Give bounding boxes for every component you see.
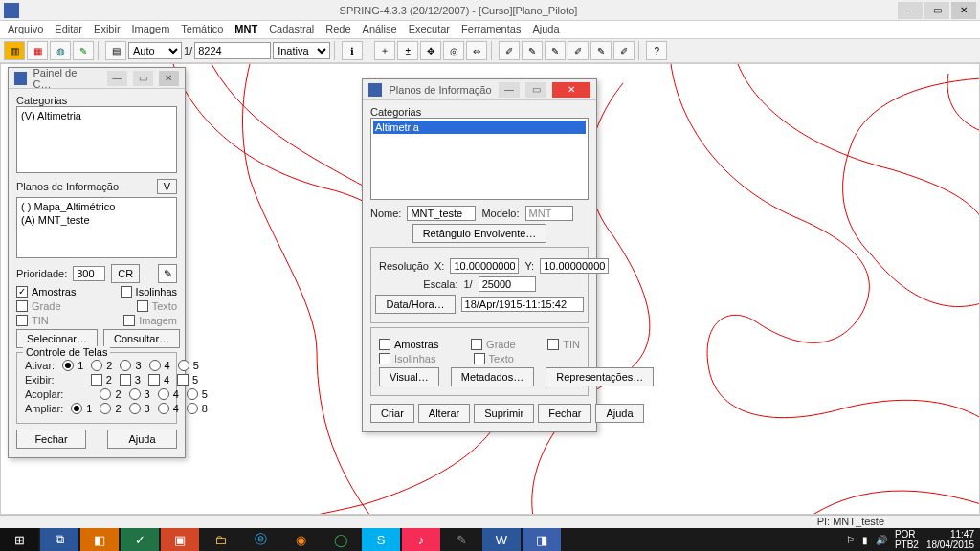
escala-input[interactable] bbox=[479, 276, 536, 292]
menu-arquivo[interactable]: Arquivo bbox=[8, 23, 43, 36]
ativar-opt-3[interactable]: 3 bbox=[120, 360, 141, 371]
dlg-categorias-list[interactable]: Altimetria bbox=[370, 118, 589, 200]
menu-análise[interactable]: Análise bbox=[363, 23, 397, 36]
move-icon[interactable]: ⇔ bbox=[466, 41, 487, 60]
dlg-isolinhas-check[interactable]: Isolinhas bbox=[379, 353, 435, 364]
pi-v-button[interactable]: V bbox=[157, 179, 177, 194]
exibir-opt-2[interactable]: 2 bbox=[91, 374, 112, 386]
menu-executar[interactable]: Executar bbox=[409, 23, 450, 36]
menu-cadastral[interactable]: Cadastral bbox=[269, 23, 314, 36]
pi-list[interactable]: ( ) Mapa_Altimétrico(A) MNT_teste bbox=[16, 197, 177, 258]
task-outlook-icon[interactable]: ▣ bbox=[161, 528, 199, 551]
zoom-in-icon[interactable]: ＋ bbox=[374, 41, 395, 60]
edit1-icon[interactable]: ✐ bbox=[499, 41, 520, 60]
panel-close-button[interactable]: ✕ bbox=[159, 71, 179, 86]
dialog-max-button[interactable]: ▭ bbox=[525, 82, 546, 98]
edit6-icon[interactable]: ✐ bbox=[613, 41, 635, 60]
datahora-input[interactable] bbox=[461, 297, 584, 312]
list-item[interactable]: ( ) Mapa_Altimétrico bbox=[19, 200, 174, 213]
zoom-out-icon[interactable]: ± bbox=[397, 41, 418, 60]
task-excel-icon[interactable]: ✓ bbox=[121, 528, 159, 551]
scale-input[interactable] bbox=[194, 42, 271, 59]
ampliar-opt-2[interactable]: 2 bbox=[100, 403, 121, 414]
categorias-list[interactable]: (V) Altimetria bbox=[16, 106, 177, 173]
menu-exibir[interactable]: Exibir bbox=[94, 23, 121, 36]
amostras-check[interactable]: Amostras bbox=[16, 286, 76, 298]
task-skype-icon[interactable]: S bbox=[362, 528, 400, 551]
cr-button[interactable]: CR bbox=[111, 264, 140, 283]
task-ie-icon[interactable]: ⓔ bbox=[241, 528, 279, 551]
alterar-button[interactable]: Alterar bbox=[418, 404, 470, 423]
dlg-texto-check[interactable]: Texto bbox=[474, 353, 514, 364]
pencil-icon[interactable]: ✎ bbox=[73, 41, 94, 60]
task-itunes-icon[interactable]: ♪ bbox=[402, 528, 440, 551]
tray-clock[interactable]: 11:4718/04/2015 bbox=[926, 529, 974, 550]
tray-vol-icon[interactable]: 🔊 bbox=[876, 535, 887, 545]
exibir-opt-4[interactable]: 4 bbox=[148, 374, 169, 386]
dlg-ajuda-button[interactable]: Ajuda bbox=[595, 404, 643, 423]
tray-lang[interactable]: PORPTB2 bbox=[895, 529, 919, 550]
visual-button[interactable]: Visual… bbox=[379, 367, 439, 386]
ajuda-button[interactable]: Ajuda bbox=[107, 430, 177, 449]
task-spring-icon[interactable]: ◨ bbox=[523, 528, 561, 551]
globe-icon[interactable]: ◍ bbox=[50, 41, 71, 60]
res-x-input[interactable] bbox=[450, 258, 519, 274]
menu-imagem[interactable]: Imagem bbox=[132, 23, 170, 36]
db-icon[interactable]: ▥ bbox=[4, 41, 25, 60]
fechar-button[interactable]: Fechar bbox=[16, 430, 86, 449]
edit-pencil-icon[interactable]: ✎ bbox=[158, 264, 177, 283]
list-item[interactable]: (V) Altimetria bbox=[19, 109, 174, 122]
auto-combo[interactable]: Auto bbox=[128, 42, 182, 59]
dlg-fechar-button[interactable]: Fechar bbox=[538, 404, 591, 423]
selecionar-button[interactable]: Selecionar… bbox=[16, 329, 98, 348]
task-firefox-icon[interactable]: ◉ bbox=[281, 528, 320, 551]
maximize-button[interactable]: ▭ bbox=[924, 2, 949, 19]
task-word-icon[interactable]: ⧉ bbox=[40, 528, 78, 551]
minimize-button[interactable]: — bbox=[898, 2, 923, 19]
panel-min-button[interactable]: — bbox=[107, 71, 127, 86]
datahora-button[interactable]: Data/Hora… bbox=[375, 295, 455, 314]
ativar-opt-5[interactable]: 5 bbox=[178, 360, 199, 371]
edit2-icon[interactable]: ✎ bbox=[522, 41, 543, 60]
task-ppt-icon[interactable]: ◧ bbox=[80, 528, 119, 551]
dlg-tin-check[interactable]: TIN bbox=[547, 339, 580, 350]
criar-button[interactable]: Criar bbox=[370, 404, 414, 423]
dialog-min-button[interactable]: — bbox=[499, 82, 520, 98]
prioridade-input[interactable] bbox=[73, 266, 105, 281]
help-icon[interactable]: ? bbox=[646, 41, 667, 60]
acoplar-opt-4[interactable]: 4 bbox=[158, 388, 179, 400]
layers-icon[interactable]: ▦ bbox=[27, 41, 48, 60]
pointer-icon[interactable]: ◎ bbox=[443, 41, 464, 60]
close-button[interactable]: ✕ bbox=[951, 2, 976, 19]
inativa-combo[interactable]: Inativa bbox=[273, 42, 330, 59]
grade-check[interactable]: Grade bbox=[16, 300, 61, 312]
texto-check[interactable]: Texto bbox=[137, 300, 177, 312]
panel-max-button[interactable]: ▭ bbox=[133, 71, 153, 86]
representacoes-button[interactable]: Representações… bbox=[546, 367, 654, 386]
acoplar-opt-3[interactable]: 3 bbox=[129, 388, 150, 400]
task-chrome-icon[interactable]: ◯ bbox=[322, 528, 360, 551]
task-word2-icon[interactable]: W bbox=[482, 528, 521, 551]
task-folder-icon[interactable]: 🗀 bbox=[201, 528, 239, 551]
ampliar-opt-1[interactable]: 1 bbox=[71, 403, 92, 414]
menu-ferramentas[interactable]: Ferramentas bbox=[461, 23, 521, 36]
menu-ajuda[interactable]: Ajuda bbox=[532, 23, 559, 36]
suprimir-button[interactable]: Suprimir bbox=[474, 404, 534, 423]
task-notes-icon[interactable]: ✎ bbox=[442, 528, 480, 551]
retangulo-button[interactable]: Retângulo Envolvente… bbox=[412, 224, 547, 243]
exibir-opt-5[interactable]: 5 bbox=[177, 374, 198, 386]
ampliar-opt-3[interactable]: 3 bbox=[129, 403, 150, 414]
ativar-opt-1[interactable]: 1 bbox=[62, 360, 83, 371]
tray-net-icon[interactable]: ▮ bbox=[862, 535, 868, 545]
res-y-input[interactable] bbox=[540, 258, 609, 274]
menu-mnt[interactable]: MNT bbox=[234, 23, 257, 36]
ativar-opt-4[interactable]: 4 bbox=[149, 360, 170, 371]
pan-icon[interactable]: ✥ bbox=[420, 41, 441, 60]
ativar-opt-2[interactable]: 2 bbox=[91, 360, 112, 371]
list-item[interactable]: (A) MNT_teste bbox=[19, 213, 174, 227]
acoplar-opt-5[interactable]: 5 bbox=[187, 388, 208, 400]
menu-editar[interactable]: Editar bbox=[55, 23, 82, 36]
imagem-check[interactable]: Imagem bbox=[123, 315, 177, 326]
menu-rede[interactable]: Rede bbox=[325, 23, 350, 36]
isolinhas-check[interactable]: Isolinhas bbox=[121, 286, 177, 298]
